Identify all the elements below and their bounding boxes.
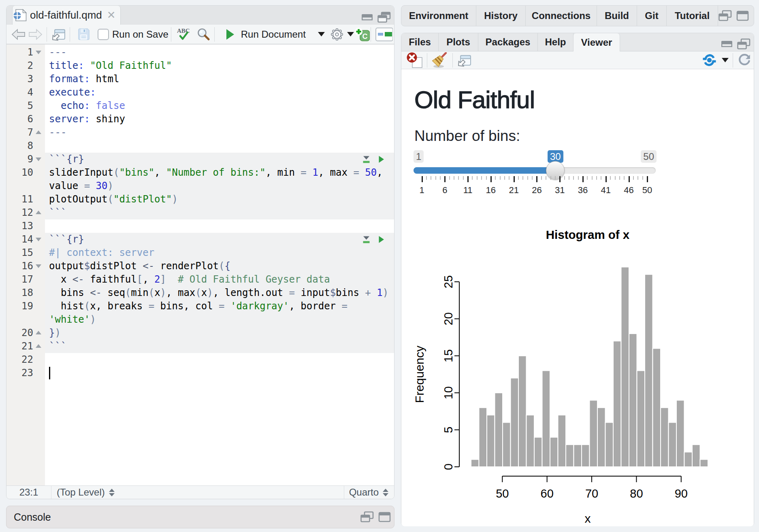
run-chunks-above-icon[interactable]	[362, 235, 371, 244]
tab-help[interactable]: Help	[538, 33, 574, 51]
slider-fill	[414, 167, 555, 174]
tab-build[interactable]: Build	[597, 6, 637, 26]
chunk-background	[45, 153, 394, 166]
tab-files[interactable]: Files	[401, 33, 439, 51]
gear-icon[interactable]	[331, 28, 343, 40]
clear-viewer-broom-icon[interactable]	[431, 52, 448, 68]
save-button[interactable]	[77, 28, 90, 40]
fold-up-icon[interactable]	[36, 130, 41, 134]
document-outline-toggle[interactable]	[375, 27, 393, 42]
statusbar-separator	[344, 486, 344, 499]
console-pane[interactable]: Console	[6, 506, 394, 528]
run-chunk-icon[interactable]	[378, 236, 384, 243]
bins-slider[interactable]: 1 30 50 16111621263136414650	[414, 150, 657, 196]
fold-up-icon[interactable]	[36, 344, 41, 348]
code-line: x <- faithful[, 2] # Old Faithful Geyser…	[49, 273, 330, 286]
run-document-label[interactable]: Run Document	[241, 29, 306, 40]
run-chunks-above-icon[interactable]	[362, 155, 371, 164]
x-tick-label: 90	[675, 487, 688, 500]
slider-grid-label: 46	[624, 185, 633, 196]
slider-tick	[587, 176, 588, 180]
environment-pane-tabstrip: EnvironmentHistoryConnectionsBuildGitTut…	[401, 5, 754, 26]
scope-selector[interactable]: (Top Level)	[57, 487, 115, 498]
popout-viewer-button[interactable]	[457, 53, 471, 67]
slider-tick	[569, 176, 569, 180]
slider-grid-label: 21	[509, 185, 518, 196]
histogram-bar	[661, 408, 669, 467]
histogram-bar	[669, 422, 677, 467]
forward-button[interactable]	[28, 28, 43, 40]
spellcheck-button[interactable]: ABC	[175, 27, 192, 42]
slider-tick	[514, 176, 515, 182]
slider-tick	[582, 176, 584, 182]
maximize-pane2-icon[interactable]	[736, 11, 749, 21]
line-number: 3	[6, 72, 33, 86]
slider-tick	[527, 176, 528, 180]
restore-viewer-icon[interactable]	[737, 38, 750, 50]
run-document-play-icon[interactable]	[226, 29, 235, 40]
histogram-bar	[534, 437, 542, 467]
gear-menu-caret[interactable]	[347, 32, 354, 36]
stop-app-button[interactable]	[407, 52, 423, 68]
line-number: 16	[6, 260, 33, 273]
tab-packages[interactable]: Packages	[478, 33, 538, 51]
restore-pane-icon[interactable]	[718, 10, 732, 21]
y-tick-label: 15	[442, 349, 455, 362]
tab-plots[interactable]: Plots	[439, 33, 478, 51]
tab-connections[interactable]: Connections	[526, 6, 597, 26]
line-number: 12	[6, 206, 33, 219]
line-number: 8	[6, 139, 33, 153]
slider-tick	[578, 176, 579, 180]
slider-tick	[422, 176, 423, 182]
fold-up-icon[interactable]	[36, 331, 41, 334]
slider-label: Number of bins:	[414, 128, 520, 145]
code-line: hist(x, breaks = bins, col = 'darkgray',…	[49, 300, 348, 313]
tab-viewer[interactable]: Viewer	[574, 33, 620, 52]
histogram-bar	[518, 356, 527, 467]
histogram-bar	[495, 393, 503, 467]
popout-source-button[interactable]	[51, 28, 66, 41]
slider-grid-label: 1	[419, 185, 424, 196]
back-button[interactable]	[11, 28, 26, 40]
chunk-background	[45, 206, 394, 219]
slider-tick	[490, 176, 492, 182]
slider-tick	[564, 176, 565, 180]
publish-menu-caret[interactable]	[722, 58, 729, 62]
tab-history[interactable]: History	[476, 6, 526, 26]
histogram-bar	[590, 400, 598, 467]
restore-console-icon[interactable]	[360, 511, 374, 523]
line-number: 19	[6, 300, 33, 313]
minimize-viewer-icon[interactable]	[721, 40, 733, 49]
run-on-save-checkbox[interactable]	[98, 29, 109, 40]
histogram-bar	[605, 422, 614, 467]
refresh-viewer-icon[interactable]	[737, 53, 752, 68]
fold-down-icon[interactable]	[36, 157, 41, 161]
fold-down-icon[interactable]	[36, 238, 41, 241]
fold-down-icon[interactable]	[36, 51, 41, 54]
tab-close-icon[interactable]: ✕	[107, 9, 116, 21]
maximize-pane-icon[interactable]	[377, 12, 391, 23]
maximize-console-icon[interactable]	[378, 512, 391, 522]
minimize-pane-icon[interactable]	[361, 13, 373, 22]
code-editor[interactable]: 1---2title: "Old Faithful"3format: html4…	[6, 45, 394, 486]
slider-tick	[435, 176, 436, 180]
fold-up-icon[interactable]	[36, 211, 41, 214]
tab-git[interactable]: Git	[637, 6, 667, 26]
slider-grid-label: 41	[601, 185, 611, 196]
code-line: ```	[49, 206, 66, 219]
fold-down-icon[interactable]	[36, 264, 41, 268]
viewer-window-buttons	[620, 33, 754, 51]
publish-icon[interactable]	[702, 53, 717, 68]
slider-tick	[495, 176, 496, 180]
tab-environment[interactable]: Environment	[401, 6, 476, 26]
editor-tab-old-faithful[interactable]: old-faithful.qmd ✕	[12, 6, 121, 25]
histogram-bar	[700, 460, 708, 467]
tab-tutorial[interactable]: Tutorial	[667, 6, 718, 26]
run-document-menu-caret[interactable]	[318, 32, 325, 36]
language-mode-selector[interactable]: Quarto	[349, 487, 388, 498]
code-line: })	[49, 326, 61, 340]
insert-chunk-button[interactable]: C	[355, 28, 370, 41]
find-replace-button[interactable]	[196, 28, 210, 41]
chunk-background	[45, 313, 394, 326]
run-chunk-icon[interactable]	[378, 155, 384, 163]
